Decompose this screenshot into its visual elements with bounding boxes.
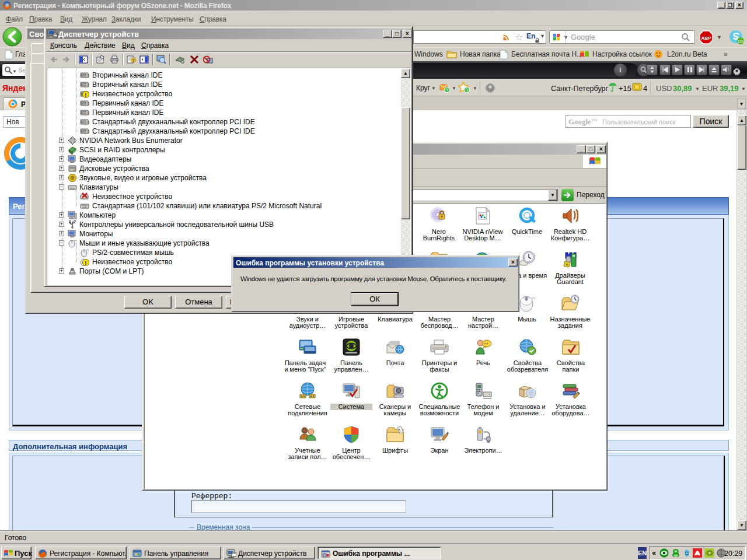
svg-text:123: 123 bbox=[738, 40, 744, 43]
svg-text:?: ? bbox=[132, 58, 135, 63]
svg-text:qip: qip bbox=[674, 554, 678, 557]
svg-text:!: ! bbox=[85, 260, 87, 266]
svg-text:!: ! bbox=[85, 92, 87, 98]
svg-text:ABP: ABP bbox=[701, 36, 712, 41]
